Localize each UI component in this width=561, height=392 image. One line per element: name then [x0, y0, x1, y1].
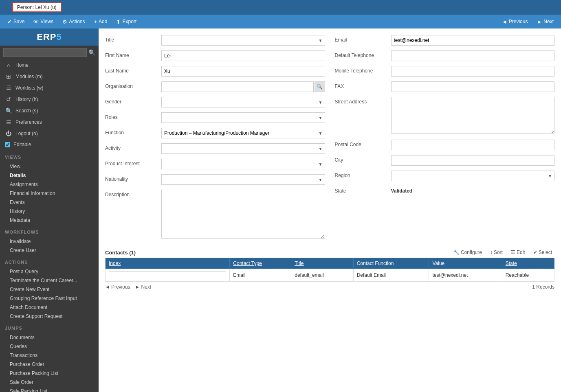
col-header-state: State [502, 258, 554, 269]
sidebar-item-search[interactable]: 🔍 Search (s) [0, 105, 99, 116]
street-address-textarea[interactable] [391, 97, 555, 134]
activity-select-wrap: ▼ [161, 143, 325, 154]
plus-icon: + [94, 19, 97, 25]
sidebar-item-modules[interactable]: ⊞ Modules (m) [0, 71, 99, 82]
organisation-search-button[interactable]: 🔍 [315, 81, 325, 92]
sidebar-view-item-metadata[interactable]: Metadata [0, 216, 99, 225]
sidebar-view-item-view[interactable]: View [0, 162, 99, 171]
nationality-row: Nationality ▼ [105, 174, 325, 185]
firstname-input[interactable]: Lei [161, 50, 325, 61]
col-header-contact-function: Contact Function [353, 258, 429, 269]
sidebar-workflow-invalidate[interactable]: Invalidate [0, 237, 99, 246]
function-row: Function Production – Manufacturing/Prod… [105, 128, 325, 138]
sidebar-view-item-details[interactable]: Details [0, 171, 99, 180]
left-arrow-icon: ◄ [105, 284, 110, 290]
lastname-input[interactable]: Xu [161, 66, 325, 77]
checkmark-icon: ✔ [7, 19, 12, 25]
sidebar-action-create-event[interactable]: Create New Event [0, 285, 99, 294]
region-label: Region [335, 171, 388, 178]
sidebar-action-grouping-reference[interactable]: Grouping Reference Fast Input [0, 294, 99, 303]
state-sort-link[interactable]: State [506, 261, 517, 266]
breadcrumb: Person: Lei Xu (u) [12, 2, 62, 12]
save-button[interactable]: ✔ Save [3, 17, 29, 26]
email-input[interactable]: test@nexedi.net [391, 35, 555, 46]
mobile-telephone-label: Mobile Telephone [335, 66, 388, 74]
col-header-contact-type: Contact Type [230, 258, 291, 269]
title-sort-link[interactable]: Title [295, 261, 304, 266]
sidebar-item-preferences[interactable]: ☰ Preferences [0, 116, 99, 128]
description-textarea[interactable] [161, 190, 325, 239]
sidebar-view-item-events[interactable]: Events [0, 198, 99, 207]
select-button[interactable]: ✔ Select [531, 249, 554, 256]
default-telephone-input[interactable] [391, 50, 555, 61]
contacts-table: Index Contact Type Title Contact Functio… [105, 258, 554, 282]
sidebar-jump-documents[interactable]: Documents [0, 333, 99, 342]
firstname-label: First Name [105, 50, 158, 58]
sidebar-item-worklists[interactable]: ☰ Worklists (w) [0, 82, 99, 94]
index-cell-input[interactable] [109, 271, 226, 279]
sort-button[interactable]: ↕ Sort [488, 249, 505, 256]
wrench-icon: 🔧 [453, 250, 460, 255]
sidebar-jump-sale-packing-list[interactable]: Sale Packing List [0, 387, 99, 392]
sidebar-item-history[interactable]: ↺ History (h) [0, 94, 99, 105]
back-arrow-icon[interactable]: ▲ [3, 4, 9, 11]
sidebar-action-attach-document[interactable]: Attach Document [0, 303, 99, 312]
previous-button[interactable]: ◄ Previous [498, 17, 532, 26]
roles-select[interactable] [161, 112, 325, 123]
sidebar-jump-sale-order[interactable]: Sale Order [0, 378, 99, 387]
gender-select[interactable] [161, 97, 325, 107]
contacts-previous-button[interactable]: ◄ Previous [105, 284, 130, 290]
sidebar-workflow-create-user[interactable]: Create User [0, 246, 99, 255]
worklists-icon: ☰ [5, 85, 12, 91]
sidebar-action-create-support[interactable]: Create Support Request [0, 312, 99, 321]
description-label: Description [105, 190, 158, 197]
sidebar-view-item-assignments[interactable]: Assignments [0, 180, 99, 189]
contact-type-sort-link[interactable]: Contact Type [233, 261, 262, 266]
description-wrap [161, 190, 325, 240]
region-row: Region ▼ [335, 171, 555, 181]
editable-checkbox[interactable] [5, 142, 10, 147]
add-button[interactable]: + Add [90, 17, 112, 26]
actions-button[interactable]: ⚙ Actions [58, 17, 89, 26]
edit-button[interactable]: ☰ Edit [508, 249, 528, 256]
sidebar-jump-purchase-packing-list[interactable]: Purchase Packing List [0, 369, 99, 378]
organisation-input[interactable] [161, 81, 314, 92]
fax-input[interactable] [391, 81, 555, 92]
city-input[interactable] [391, 155, 555, 166]
postal-code-input[interactable] [391, 140, 555, 150]
gear-icon: ⚙ [62, 19, 67, 25]
sidebar-jump-queries[interactable]: Queries [0, 342, 99, 351]
product-interest-select[interactable] [161, 159, 325, 169]
index-sort-link[interactable]: Index [109, 261, 121, 266]
region-select[interactable] [391, 171, 555, 181]
sidebar-item-logout[interactable]: ⏻ Logout (o) [0, 128, 99, 139]
sidebar-action-post-query[interactable]: Post a Query [0, 267, 99, 276]
email-row: Email test@nexedi.net [335, 35, 555, 46]
content-area: Title ▼ First Name Lei Last Name Xu Orga… [99, 28, 561, 392]
views-button[interactable]: 👁 Views [29, 17, 57, 26]
configure-button[interactable]: 🔧 Configure [451, 249, 484, 256]
mobile-telephone-input[interactable] [391, 66, 555, 77]
roles-row: Roles ▼ [105, 112, 325, 123]
sidebar-view-item-financial-information[interactable]: Financial Information [0, 189, 99, 198]
product-interest-select-wrap: ▼ [161, 159, 325, 169]
function-select-wrap: Production – Manufacturing/Production Ma… [161, 128, 325, 138]
sidebar-action-terminate-career[interactable]: Terminate the Current Career... [0, 276, 99, 285]
contacts-next-button[interactable]: ► Next [135, 284, 152, 290]
next-button[interactable]: ► Next [532, 17, 558, 26]
sidebar-view-item-history[interactable]: History [0, 207, 99, 216]
mobile-telephone-row: Mobile Telephone [335, 66, 555, 77]
sidebar-jump-transactions[interactable]: Transactions [0, 351, 99, 360]
function-label: Function [105, 128, 158, 136]
activity-select[interactable] [161, 143, 325, 154]
sidebar-jump-purchase-order[interactable]: Purchase Order [0, 360, 99, 369]
search-input[interactable] [3, 48, 87, 57]
search-icon[interactable]: 🔍 [88, 49, 95, 56]
nationality-select[interactable] [161, 174, 325, 185]
title-select[interactable] [161, 35, 325, 46]
export-button[interactable]: ⬆ Export [112, 17, 141, 26]
postal-code-row: Postal Code [335, 140, 555, 150]
function-select[interactable]: Production – Manufacturing/Production Ma… [161, 128, 325, 138]
editable-toggle[interactable]: Editable [0, 139, 99, 150]
sidebar-item-home[interactable]: ⌂ Home [0, 59, 99, 71]
